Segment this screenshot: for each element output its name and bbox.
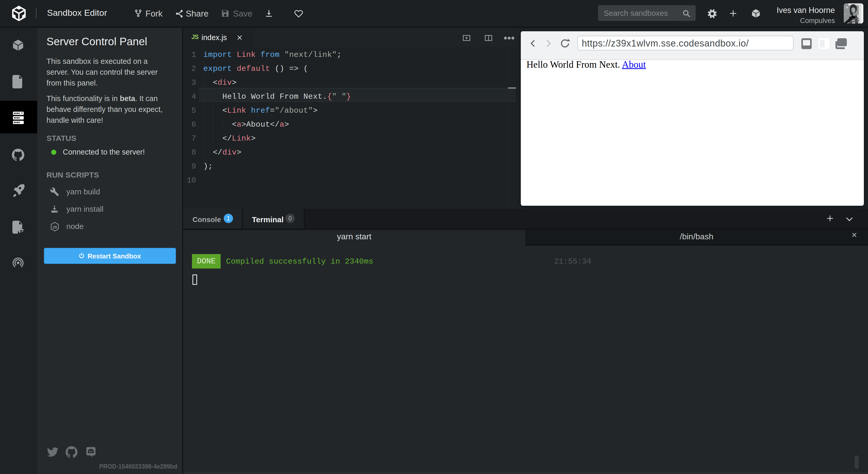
svg-text:JS: JS xyxy=(53,225,57,229)
